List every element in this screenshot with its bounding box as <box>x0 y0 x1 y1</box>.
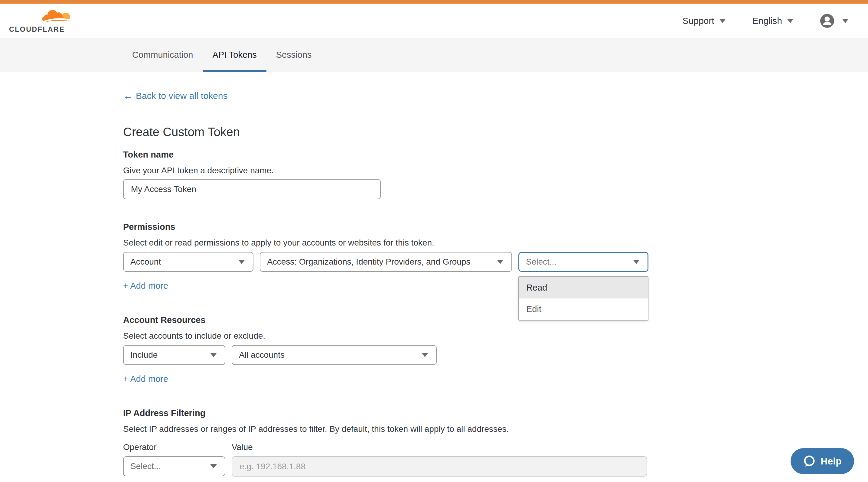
include-exclude-select[interactable]: Include <box>123 345 225 365</box>
select-value: Access: Organizations, Identity Provider… <box>267 257 470 267</box>
account-resources-add-more-link[interactable]: + Add more <box>123 374 168 384</box>
chevron-down-icon <box>719 19 726 23</box>
chevron-down-icon <box>238 260 245 264</box>
menu-option-label: Read <box>526 283 547 293</box>
tab-bar: Communication API Tokens Sessions <box>0 38 868 72</box>
chevron-down-icon <box>787 19 794 23</box>
help-button[interactable]: Help <box>790 448 854 474</box>
permissions-description: Select edit or read permissions to apply… <box>123 238 868 248</box>
permissions-add-more-link[interactable]: + Add more <box>123 281 168 291</box>
tab-label: Communication <box>132 50 193 60</box>
back-arrow-icon: ← <box>123 91 133 101</box>
account-resources-row: Include All accounts <box>123 345 868 365</box>
account-resources-section: Account Resources Select accounts to inc… <box>123 315 868 384</box>
page-title: Create Custom Token <box>123 125 868 139</box>
permission-group-select[interactable]: Access: Organizations, Identity Provider… <box>260 252 512 272</box>
account-menu[interactable] <box>820 14 849 28</box>
ip-filtering-section: IP Address Filtering Select IP addresses… <box>123 408 868 477</box>
select-placeholder: Select... <box>130 461 161 471</box>
permissions-section: Permissions Select edit or read permissi… <box>123 222 868 291</box>
back-link-label: Back to view all tokens <box>136 91 227 101</box>
menu-option-edit[interactable]: Edit <box>519 298 648 320</box>
menu-option-read[interactable]: Read <box>519 277 648 298</box>
access-level-select[interactable]: Select... <box>518 252 648 272</box>
chevron-down-icon <box>210 353 217 357</box>
account-resources-heading: Account Resources <box>123 315 868 325</box>
tab-sessions[interactable]: Sessions <box>267 38 321 72</box>
help-button-label: Help <box>820 456 841 467</box>
operator-label: Operator <box>123 442 232 452</box>
chat-bubble-icon <box>803 455 816 468</box>
top-accent-bar <box>0 0 868 4</box>
access-level-menu: Read Edit <box>518 277 648 321</box>
tab-api-tokens[interactable]: API Tokens <box>203 38 266 72</box>
header-right: Support English <box>683 14 849 28</box>
operator-select[interactable]: Select... <box>123 456 225 476</box>
chevron-down-icon <box>633 260 640 264</box>
accounts-select[interactable]: All accounts <box>232 345 437 365</box>
support-label: Support <box>683 16 714 26</box>
token-name-heading: Token name <box>123 150 868 160</box>
ip-value-input[interactable] <box>232 456 647 477</box>
chevron-down-icon <box>842 19 849 23</box>
language-menu[interactable]: English <box>752 16 794 26</box>
select-value: Account <box>130 257 161 267</box>
brand-wordmark: CLOUDFLARE <box>9 25 73 34</box>
select-placeholder: Select... <box>526 257 557 267</box>
ip-filtering-row: Select... <box>123 456 868 477</box>
support-menu[interactable]: Support <box>683 16 726 26</box>
chevron-down-icon <box>497 260 503 264</box>
menu-option-label: Edit <box>526 304 541 314</box>
ip-filtering-labels: Operator Value <box>123 442 868 452</box>
cloudflare-cloud-icon <box>41 8 72 24</box>
ip-filtering-description: Select IP addresses or ranges of IP addr… <box>123 424 868 434</box>
chevron-down-icon <box>210 464 217 469</box>
header: CLOUDFLARE Support English <box>0 4 868 38</box>
back-to-tokens-link[interactable]: ← Back to view all tokens <box>123 91 227 101</box>
access-level-select-wrap: Select... Read Edit <box>518 252 648 272</box>
token-name-input[interactable] <box>123 179 381 199</box>
token-name-description: Give your API token a descriptive name. <box>123 166 868 175</box>
value-label: Value <box>232 442 253 452</box>
language-label: English <box>752 16 782 26</box>
ip-filtering-heading: IP Address Filtering <box>123 408 868 418</box>
permission-scope-select[interactable]: Account <box>123 252 253 272</box>
permissions-heading: Permissions <box>123 222 868 232</box>
tab-label: Sessions <box>276 50 312 60</box>
tab-label: API Tokens <box>212 50 256 60</box>
avatar-icon <box>820 14 834 28</box>
tab-communication[interactable]: Communication <box>123 38 203 72</box>
permissions-row: Account Access: Organizations, Identity … <box>123 252 868 272</box>
token-name-section: Token name Give your API token a descrip… <box>123 150 868 199</box>
main-content: ← Back to view all tokens Create Custom … <box>0 72 868 477</box>
cloudflare-logo[interactable]: CLOUDFLARE <box>9 8 73 34</box>
account-resources-description: Select accounts to include or exclude. <box>123 331 868 341</box>
chevron-down-icon <box>422 353 428 357</box>
select-value: Include <box>130 350 158 360</box>
select-value: All accounts <box>239 350 285 360</box>
